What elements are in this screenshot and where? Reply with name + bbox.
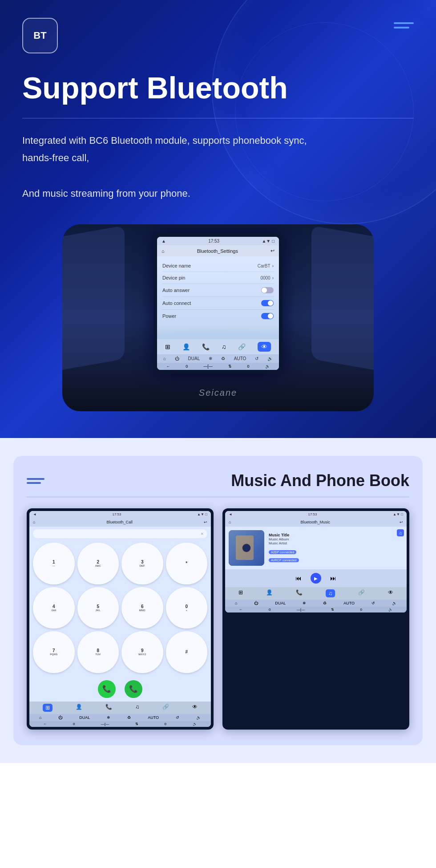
call-titlebar: ⌂ Bluetooth_Call ↩	[29, 518, 211, 527]
call-phone-icon[interactable]: 📞	[105, 704, 112, 712]
footer-recirculate: ↺	[255, 356, 258, 361]
status-time: 17:53	[208, 239, 219, 243]
call-eye-icon[interactable]: 👁	[192, 704, 198, 712]
answer-call-button[interactable]: 📞	[98, 680, 116, 698]
call-action-buttons: 📞 📞	[29, 677, 211, 702]
mf-dual: DUAL	[275, 601, 286, 605]
music-phonebook-card: Music And Phone Book ◄ 17:53 ▲▼ □ ⌂ Blue…	[13, 456, 423, 745]
dial-0[interactable]: 0+	[166, 587, 208, 629]
auto-connect-toggle[interactable]	[261, 300, 274, 306]
desc-line2: And music streaming from your phone.	[22, 188, 190, 199]
cf-recirc: ↺	[176, 715, 179, 720]
music-phone-icon[interactable]: 📞	[296, 589, 303, 597]
footer-dual: DUAL	[188, 356, 200, 361]
screen-controls-bar: ← 0 —[— ⇅ 0 🔉	[157, 363, 279, 370]
music-note-active[interactable]: ♫	[326, 589, 335, 597]
cf-dual: DUAL	[79, 715, 90, 720]
call-back-icon: ↩	[204, 520, 207, 524]
call-link-icon[interactable]: 🔗	[162, 704, 169, 712]
back-btn: ←	[166, 364, 170, 369]
bt-logo: BT	[22, 18, 58, 53]
vol-down: 🔉	[265, 364, 270, 369]
reject-call-button[interactable]: 📞	[125, 680, 142, 698]
dial-2[interactable]: 2ABC	[77, 543, 119, 584]
play-button[interactable]: ▶	[311, 573, 321, 584]
music-note-icon: ♫	[397, 529, 404, 536]
bluetooth-music-screen: ◄ 17:53 ▲▼ □ ⌂ Bluetooth_Music ↩ ♫	[222, 508, 409, 730]
temp-1: ⇅	[228, 364, 232, 369]
dial-4[interactable]: 4GHI	[33, 587, 75, 629]
mf-auto: AUTO	[343, 601, 355, 605]
cb4: ⇅	[135, 722, 138, 726]
phone-icon[interactable]: 📞	[202, 343, 210, 350]
eye-icon-active[interactable]: 👁	[258, 342, 271, 352]
dial-hash[interactable]: #	[166, 631, 208, 673]
power-toggle[interactable]	[261, 313, 274, 319]
music-contacts-icon[interactable]: 👤	[266, 589, 273, 597]
screen-titlebar: ⌂ Bluetooth_Settings ↩	[157, 245, 279, 256]
call-apps-icon-active[interactable]: ⊞	[43, 704, 52, 712]
dial-6[interactable]: 6MNO	[121, 587, 163, 629]
mb5: 0	[360, 608, 362, 612]
call-home-icon: ⌂	[33, 520, 35, 524]
footer-fan: ❄	[209, 356, 212, 361]
screen-inner: ▲ 17:53 ▲▼ □ ⌂ Bluetooth_Settings ↩ Devi…	[157, 237, 279, 370]
auto-answer-row: Auto answer	[162, 284, 274, 297]
footer-power: ⏻	[175, 356, 179, 361]
car-unit-mockup: ▲ 17:53 ▲▼ □ ⌂ Bluetooth_Settings ↩ Devi…	[22, 224, 414, 411]
link-icon[interactable]: 🔗	[238, 343, 246, 350]
music-time: 17:53	[308, 512, 317, 516]
device-name-row: Device name CarBT ›	[162, 260, 274, 272]
dial-5[interactable]: 5JKL	[77, 587, 119, 629]
screen-footer: ⌂ ⏻ DUAL ❄ ♻ AUTO ↺ 🔊	[157, 354, 279, 363]
dial-8[interactable]: 8TUV	[77, 631, 119, 673]
apps-icon[interactable]: ⊞	[165, 343, 170, 350]
back-icon: ↩	[270, 248, 275, 254]
music-titlebar: ⌂ Bluetooth_Music ↩	[225, 518, 407, 527]
dial-3[interactable]: 3DEF	[121, 543, 163, 584]
screen-title: Bluetooth_Settings	[197, 248, 238, 254]
music-home-icon: ⌂	[229, 520, 231, 524]
cf-fan: ❄	[107, 715, 110, 720]
desc-line1: Integrated with BC6 Bluetooth module, su…	[22, 135, 307, 164]
footer-sync: ♻	[221, 356, 225, 361]
music-eye-icon[interactable]: 👁	[388, 589, 393, 597]
cb2: 0	[73, 722, 75, 726]
dialpad-search[interactable]: ✕	[33, 529, 207, 538]
music-link-icon[interactable]: 🔗	[358, 589, 365, 597]
chevron-icon: ›	[272, 276, 274, 280]
slider-1: —[—	[203, 364, 213, 369]
next-button[interactable]: ⏭	[330, 575, 336, 582]
music-controls: ⏮ ▶ ⏭	[225, 569, 407, 587]
hamburger-menu[interactable]	[394, 22, 414, 28]
mb6: 🔉	[388, 608, 393, 612]
prev-button[interactable]: ⏮	[295, 575, 302, 582]
auto-answer-toggle[interactable]	[261, 287, 274, 293]
clear-icon: ✕	[201, 532, 204, 536]
screen-bottombar: ⊞ 👤 📞 ♫ 🔗 👁	[157, 339, 279, 354]
auto-answer-label: Auto answer	[162, 288, 190, 293]
mb1: ←	[239, 608, 242, 612]
hero-header: BT	[22, 18, 414, 53]
music-icon[interactable]: ♫	[222, 343, 226, 350]
mf-home: ⌂	[235, 601, 237, 605]
lower-section-title: Music And Phone Book	[231, 471, 409, 490]
dial-star[interactable]: *	[166, 543, 208, 584]
bluetooth-settings-screen: ▲ 17:53 ▲▼ □ ⌂ Bluetooth_Settings ↩ Devi…	[153, 233, 283, 373]
divider	[22, 118, 414, 118]
call-music-icon[interactable]: ♫	[135, 704, 139, 712]
mf-fan: ❄	[303, 601, 306, 605]
cf-vol: 🔊	[196, 715, 201, 720]
music-bottombar: ⊞ 👤 📞 ♫ 🔗 👁	[225, 587, 407, 600]
footer-home: ⌂	[163, 356, 166, 361]
music-screen-inner: ◄ 17:53 ▲▼ □ ⌂ Bluetooth_Music ↩ ♫	[225, 511, 407, 612]
call-contacts-icon[interactable]: 👤	[76, 704, 82, 712]
dial-7[interactable]: 7PQRS	[33, 631, 75, 673]
dial-9[interactable]: 9WXYZ	[121, 631, 163, 673]
lower-hamburger-line-2	[27, 482, 41, 484]
music-apps-icon[interactable]: ⊞	[238, 589, 243, 597]
cf-auto: AUTO	[148, 715, 159, 720]
contacts-icon[interactable]: 👤	[182, 343, 190, 350]
lower-hamburger[interactable]	[27, 478, 44, 484]
dial-1[interactable]: 1—	[33, 543, 75, 584]
